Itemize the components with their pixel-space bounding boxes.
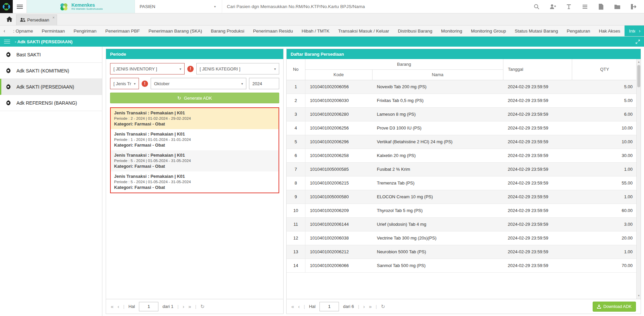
logout-icon[interactable]	[630, 3, 637, 10]
nav-item[interactable]: Penerimaan Barang (SKA)	[144, 25, 206, 36]
sidebar-item[interactable]: Adk SAKTI (KOMITMEN)	[0, 63, 102, 79]
sidebar-item[interactable]: Bast SAKTI	[0, 47, 102, 63]
nav-item[interactable]: Hak Akses	[595, 25, 625, 36]
page-input[interactable]	[319, 302, 339, 311]
table-row[interactable]: 2 1010401002006030 Frixitas Tab 0,5 mg (…	[287, 94, 637, 107]
nav-item[interactable]: Hibah / TMTK	[297, 25, 334, 36]
nav-item[interactable]: Distribusi Barang	[394, 25, 437, 36]
close-icon[interactable]: ×	[52, 16, 54, 19]
table-row[interactable]: 5 1010401002006296 Vertikaf (Betahistine…	[287, 135, 637, 149]
first-page-button[interactable]: «	[291, 304, 294, 309]
table-row[interactable]: 14 1010401002006066 Sanmol Tab 500 mg (P…	[287, 259, 637, 272]
list-icon[interactable]	[582, 3, 588, 10]
sidebar-item[interactable]: Adk REFERENSI (BARANG)	[0, 95, 102, 111]
folder-icon[interactable]	[614, 3, 621, 10]
cell-tanggal: 2024-02-29 23:59:59	[503, 190, 572, 204]
add-patient-icon[interactable]	[549, 3, 556, 10]
col-header-qty[interactable]: QTY	[572, 59, 637, 80]
home-tab[interactable]	[3, 13, 16, 25]
page-input[interactable]	[139, 302, 158, 311]
nav-item[interactable]: Monitoring Group	[466, 25, 510, 36]
month-select[interactable]: Oktober ▾	[151, 78, 246, 89]
cell-no: 6	[287, 149, 305, 162]
table-row[interactable]: 12 1010401002006038 Vectrine Tab 300 mg …	[287, 231, 637, 245]
nav-item[interactable]: : Opname	[9, 25, 37, 36]
adk-item[interactable]: Jenis Transaksi : Pemakaian | K01 Period…	[111, 171, 279, 193]
hamburger-menu-button[interactable]	[13, 0, 27, 13]
font-size-icon[interactable]	[565, 3, 572, 10]
nav-item[interactable]: Permintaan	[37, 25, 69, 36]
app-logo[interactable]	[0, 0, 13, 13]
patient-search-input[interactable]	[222, 0, 526, 13]
nav-item[interactable]: Barang Produksi	[206, 25, 249, 36]
scroll-down-icon[interactable]: ▼	[637, 294, 641, 298]
cell-qty: 6.00	[572, 107, 637, 121]
cell-no: 5	[287, 135, 305, 149]
download-adk-button[interactable]: Download ADK	[593, 302, 636, 312]
refresh-button[interactable]: ↻	[381, 304, 385, 310]
table-row[interactable]: 10 1010401002006209 Thyrozol Tab 5 mg (P…	[287, 204, 637, 217]
adk-item[interactable]: Jenis Transaksi : Pemakaian | K01 Period…	[111, 108, 279, 129]
next-page-button[interactable]: ›	[183, 304, 184, 309]
nav-scroll-left[interactable]: ‹	[0, 25, 9, 36]
last-page-button[interactable]: »	[188, 304, 191, 309]
cell-kode: 1010401002006280	[305, 107, 372, 121]
nav-item[interactable]: Pengiriman	[69, 25, 101, 36]
tab-persediaan[interactable]: Persediaan ×	[16, 14, 57, 25]
nav-item[interactable]: Pengaturan	[562, 25, 595, 36]
nav-item[interactable]: Interkoneksi SAKTI	[625, 25, 635, 36]
table-row[interactable]: 9 1010401005000580 ELOCON Cream 10 mg (P…	[287, 190, 637, 204]
vertical-scrollbar[interactable]: ▲ ▼	[636, 59, 641, 299]
adk-item[interactable]: Jenis Transaksi : Pemakaian | K01 Period…	[111, 150, 279, 171]
pager-divider: |	[358, 304, 359, 309]
prev-page-button[interactable]: ‹	[298, 304, 300, 309]
nav-item[interactable]: Transaksi Masuk / Keluar	[334, 25, 394, 36]
jenis-transaksi-value: [ Jenis Tr	[113, 81, 131, 86]
module-select[interactable]: PASIEN ▾	[135, 0, 222, 13]
sidebar-item[interactable]: Adk SAKTI (PERSEDIAAN)	[0, 79, 102, 95]
table-row[interactable]: 13 1010401002006212 Neurobion 5000 Tab (…	[287, 245, 637, 259]
nav-item[interactable]: Status Mutasi Barang	[510, 25, 562, 36]
table-row[interactable]: 6 1010401002006258 Kalxetin 20 mg (PS) 2…	[287, 149, 637, 162]
cell-tanggal: 2024-02-29 23:59:59	[503, 217, 572, 231]
table-row[interactable]: 11 1010401002006144 Urief (silodosin) Ta…	[287, 217, 637, 231]
goods-table: No Barang Tanggal QTY Kode Nama 1	[287, 59, 638, 273]
scrollbar-thumb[interactable]	[637, 65, 640, 87]
first-page-button[interactable]: «	[111, 304, 113, 309]
last-page-button[interactable]: »	[369, 304, 371, 309]
jenis-transaksi-select[interactable]: [ Jenis Tr ▾	[110, 78, 139, 89]
scroll-up-icon[interactable]: ▲	[637, 60, 641, 64]
adk-item[interactable]: Jenis Transaksi : Pemakaian | K01 Period…	[111, 129, 279, 150]
table-row[interactable]: 7 1010401005000585 Fusibat 2 % Krim 2024…	[287, 162, 637, 176]
prev-page-button[interactable]: ‹	[117, 304, 119, 309]
jenis-inventory-select[interactable]: [ JENIS INVENTORY ] ▾	[110, 63, 185, 74]
table-row[interactable]: 3 1010401002006280 Lameson 8 mg (PS) 202…	[287, 107, 637, 121]
col-header-nama[interactable]: Nama	[372, 69, 503, 80]
app-logo-icon	[2, 2, 11, 11]
cell-tanggal: 2024-02-29 23:59:59	[503, 259, 572, 272]
refresh-button[interactable]: ↻	[200, 304, 205, 310]
year-input[interactable]	[249, 78, 279, 89]
col-header-no[interactable]: No	[287, 59, 305, 80]
jenis-kategori-select[interactable]: [ JENIS KATEGORI ] ▾	[196, 63, 279, 74]
nav-item[interactable]: Penerimaan Residu	[249, 25, 297, 36]
cell-qty: 1.00	[572, 162, 637, 176]
generate-adk-button[interactable]: ↻ Generate ADK	[110, 93, 279, 103]
kemenkes-logo-icon	[59, 2, 69, 12]
cell-tanggal: 2024-02-29 23:59:59	[503, 135, 572, 149]
nav-item[interactable]: Penerimaan PBF	[101, 25, 144, 36]
panel-menu-icon[interactable]	[4, 39, 10, 45]
next-page-button[interactable]: ›	[363, 304, 365, 309]
table-row[interactable]: 8 1010401002006215 Tremenza Tab (PS) 202…	[287, 176, 637, 190]
table-row[interactable]: 4 1010401002006256 Prove D3 1000 IU (PS)…	[287, 121, 637, 135]
col-header-kode[interactable]: Kode	[305, 69, 372, 80]
pdf-file-icon[interactable]: A	[598, 3, 604, 10]
search-icon[interactable]	[533, 3, 540, 10]
col-header-tanggal[interactable]: Tanggal	[503, 59, 572, 80]
col-header-barang[interactable]: Barang	[305, 59, 503, 69]
nav-item[interactable]: Monitoring	[437, 25, 466, 36]
table-row[interactable]: 1 1010401002006056 Novexib Tab 200 mg (P…	[287, 80, 637, 94]
expand-icon[interactable]	[636, 40, 640, 44]
nav-scroll-right[interactable]: ›	[635, 25, 644, 36]
cell-kode: 1010401005000580	[305, 190, 372, 204]
